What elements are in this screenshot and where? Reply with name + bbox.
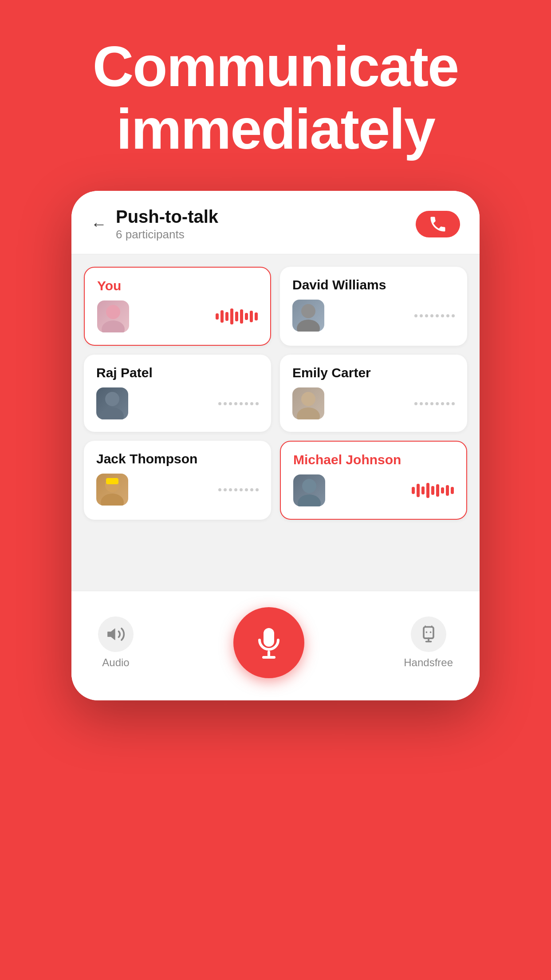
dots-raj — [218, 402, 259, 405]
participant-name-you: You — [97, 278, 258, 293]
participants-count: 6 participants — [116, 228, 218, 241]
svg-rect-16 — [424, 627, 433, 639]
svg-point-4 — [105, 392, 119, 406]
participant-card-david: David Williams — [280, 267, 467, 346]
handsfree-button[interactable]: Handsfree — [404, 616, 453, 669]
participant-row-emily — [292, 387, 455, 419]
screen-title: Push-to-talk — [116, 207, 218, 227]
svg-point-6 — [301, 392, 315, 406]
svg-point-3 — [297, 320, 320, 332]
handsfree-icon — [419, 624, 438, 644]
phone-frame: ← Push-to-talk 6 participants You — [71, 191, 480, 700]
microphone-icon — [253, 627, 285, 659]
dots-jack — [218, 488, 259, 491]
svg-point-11 — [302, 479, 316, 493]
svg-point-17 — [425, 632, 427, 633]
svg-point-7 — [297, 407, 320, 419]
phone-inner: ← Push-to-talk 6 participants You — [71, 191, 480, 700]
svg-point-0 — [106, 305, 120, 319]
back-button[interactable]: ← — [91, 215, 107, 233]
participant-row-jack — [96, 474, 259, 506]
dots-david — [414, 314, 455, 317]
participant-card-you: You — [84, 267, 271, 346]
avatar-you — [97, 300, 129, 332]
hero-title: Communicate immediately — [0, 36, 551, 161]
svg-point-18 — [429, 632, 431, 633]
ptt-button[interactable] — [233, 607, 304, 678]
handsfree-label: Handsfree — [404, 656, 453, 669]
svg-point-12 — [298, 494, 321, 506]
participant-name-david: David Williams — [292, 277, 455, 292]
dots-emily — [414, 402, 455, 405]
participant-row-you — [97, 300, 258, 332]
participants-grid: You — [71, 254, 480, 529]
avatar-michael — [293, 474, 325, 506]
header-left: ← Push-to-talk 6 participants — [91, 207, 218, 241]
participant-card-michael: Michael Johnson — [280, 441, 467, 520]
hero-section: Communicate immediately — [0, 0, 551, 187]
participant-name-raj: Raj Patel — [96, 365, 259, 380]
sound-wave-michael — [412, 483, 454, 498]
end-call-icon — [428, 214, 448, 234]
handsfree-icon-container — [411, 616, 446, 652]
svg-point-9 — [101, 494, 124, 506]
svg-point-1 — [102, 320, 125, 332]
audio-icon — [106, 624, 126, 644]
participant-row-michael — [293, 474, 454, 506]
audio-button[interactable]: Audio — [98, 616, 134, 669]
participant-card-raj: Raj Patel — [84, 355, 271, 432]
avatar-emily — [292, 387, 324, 419]
end-call-button[interactable] — [416, 211, 460, 237]
audio-label: Audio — [102, 656, 129, 669]
bottom-controls: Audio — [71, 591, 480, 700]
header-title-group: Push-to-talk 6 participants — [116, 207, 218, 241]
app-header: ← Push-to-talk 6 participants — [71, 191, 480, 254]
audio-icon-container — [98, 616, 134, 652]
avatar-raj — [96, 387, 128, 419]
sound-wave-you — [216, 308, 258, 324]
participant-row-david — [292, 300, 455, 332]
avatar-david — [292, 300, 324, 332]
participant-name-michael: Michael Johnson — [293, 452, 454, 467]
svg-point-5 — [101, 407, 124, 419]
svg-marker-13 — [108, 628, 115, 640]
spacer — [71, 529, 480, 582]
svg-rect-10 — [106, 478, 118, 484]
participant-name-jack: Jack Thompson — [96, 451, 259, 466]
participant-card-emily: Emily Carter — [280, 355, 467, 432]
participant-row-raj — [96, 387, 259, 419]
participant-name-emily: Emily Carter — [292, 365, 455, 380]
svg-point-2 — [301, 304, 315, 318]
avatar-jack — [96, 474, 128, 506]
participant-card-jack: Jack Thompson — [84, 441, 271, 520]
